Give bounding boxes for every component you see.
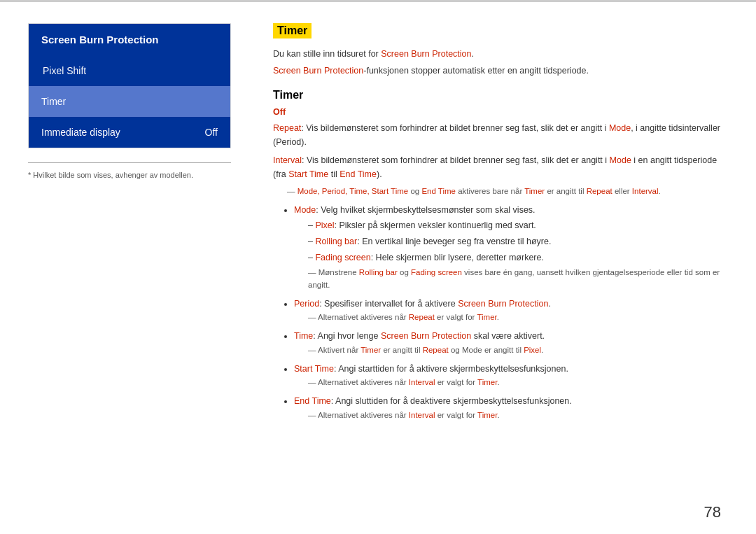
sidebar: Screen Burn Protection Pixel Shift Timer… [28, 23, 231, 520]
sidebar-menu: Screen Burn Protection Pixel Shift Timer… [28, 23, 231, 148]
note-time: ― Aktivert når Timer er angitt til Repea… [308, 344, 728, 356]
sidebar-item-screen-burn-protection[interactable]: Screen Burn Protection [29, 24, 230, 55]
content-title-highlight: Timer [273, 23, 312, 38]
page-container: Screen Burn Protection Pixel Shift Timer… [0, 2, 756, 534]
note-period: ― Alternativet aktiveres når Repeat er v… [308, 311, 728, 323]
note-mode: ― Mønstrene Rolling bar og Fading screen… [308, 267, 728, 291]
bullet-time: Time: Angi hvor lenge Screen Burn Protec… [294, 329, 728, 356]
bullet-end-time: End Time: Angi sluttiden for å deaktiver… [294, 394, 728, 421]
bullet-mode: Mode: Velg hvilket skjermbeskyttelsesmøn… [294, 203, 728, 291]
sidebar-footnote: * Hvilket bilde som vises, avhenger av m… [28, 162, 231, 181]
section-title: Timer [273, 89, 728, 101]
status-off: Off [273, 107, 728, 117]
note-start-time: ― Alternativet aktiveres når Interval er… [308, 377, 728, 388]
sidebar-item-immediate-display[interactable]: Immediate display Off [29, 117, 230, 148]
sidebar-item-pixel-shift[interactable]: Pixel Shift [29, 55, 230, 86]
bullet-start-time: Start Time: Angi starttiden for å aktive… [294, 362, 728, 389]
page-number: 78 [704, 503, 721, 521]
bullet-list: Mode: Velg hvilket skjermbeskyttelsesmøn… [294, 203, 728, 421]
main-content: Timer Du kan stille inn tidsuret for Scr… [259, 23, 728, 520]
note-line-1: ― Mode, Period, Time, Start Time og End … [287, 185, 728, 197]
sub-list-mode: Pixel: Piksler på skjermen veksler konti… [308, 218, 728, 266]
interval-desc: Interval: Vis bildemønsteret som forhind… [273, 153, 728, 181]
intro-text-2: Screen Burn Protection-funksjonen stoppe… [273, 64, 728, 78]
intro-text-1: Du kan stille inn tidsuret for Screen Bu… [273, 47, 728, 61]
sub-fading-screen: Fading screen: Hele skjermen blir lysere… [308, 251, 728, 265]
bullet-period: Period: Spesifiser intervallet for å akt… [294, 297, 728, 324]
note-end-time: ― Alternativet aktiveres når Interval er… [308, 409, 728, 421]
repeat-desc: Repeat: Vis bildemønsteret som forhindre… [273, 121, 728, 149]
sub-rolling-bar: Rolling bar: En vertikal linje beveger s… [308, 234, 728, 249]
sub-pixel: Pixel: Piksler på skjermen veksler konti… [308, 218, 728, 233]
sidebar-item-timer[interactable]: Timer [29, 86, 230, 117]
